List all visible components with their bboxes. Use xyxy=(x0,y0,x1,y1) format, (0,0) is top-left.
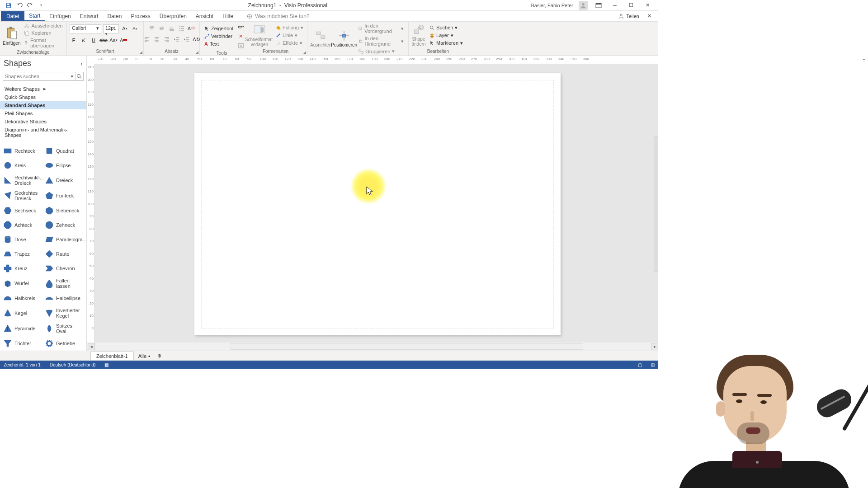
align-center-icon[interactable] xyxy=(153,35,161,43)
shape-cube[interactable]: Würfel xyxy=(1,276,42,291)
stencil-arrow-shapes[interactable]: Pfeil-Shapes xyxy=(0,109,86,117)
bullets-icon[interactable] xyxy=(178,24,186,33)
shape-semi[interactable]: Halbkreis xyxy=(1,291,42,305)
minimize-icon[interactable]: ─ xyxy=(609,1,620,10)
paste-button[interactable]: Einfügen xyxy=(3,26,20,46)
clear-format-icon[interactable]: A⌫ xyxy=(188,24,196,33)
shape-trap[interactable]: Trapez xyxy=(1,247,42,261)
add-page-icon[interactable]: ⊕ xyxy=(155,353,164,359)
shape-drop[interactable]: Fallen lassen xyxy=(42,276,84,291)
tab-insert[interactable]: Einfügen xyxy=(45,12,75,21)
align-middle-icon[interactable] xyxy=(158,24,166,33)
shape-dia[interactable]: Raute xyxy=(42,247,84,261)
stencil-standard-shapes[interactable]: Standard-Shapes xyxy=(0,101,86,109)
align-left-icon[interactable] xyxy=(143,35,151,43)
status-fit-icon[interactable]: ⊞ xyxy=(651,362,655,367)
strikethrough-icon[interactable]: abc xyxy=(99,36,108,44)
shape-circle[interactable]: Kreis xyxy=(1,158,42,173)
shape-tri[interactable]: Dreieck xyxy=(42,173,84,188)
align-bottom-icon[interactable] xyxy=(168,24,176,33)
shape-funnel[interactable]: Trichter xyxy=(1,336,42,351)
comments-close-icon[interactable]: ✕ xyxy=(644,12,655,21)
shape-ellipse[interactable]: Ellipse xyxy=(42,158,84,173)
hscroll-right-icon[interactable]: ▸ xyxy=(651,343,658,350)
user-avatar-icon[interactable] xyxy=(579,1,588,10)
underline-icon[interactable]: U xyxy=(90,36,98,44)
status-language[interactable]: Deutsch (Deutschland) xyxy=(50,362,96,367)
shape-hex[interactable]: Sechseck xyxy=(1,203,42,218)
search-dropdown-icon[interactable]: ▾ xyxy=(69,72,75,80)
status-macro-icon[interactable]: ▦ xyxy=(104,362,108,367)
paragraph-launcher-icon[interactable]: ◢ xyxy=(195,50,198,55)
shape-rtri[interactable]: Rechtwinkli... Dreieck xyxy=(1,173,42,188)
rotate-text-icon[interactable]: A↻ xyxy=(193,35,201,43)
layer-button[interactable]: Layer ▾ xyxy=(428,32,465,39)
increase-indent-icon[interactable] xyxy=(183,35,191,43)
align-right-icon[interactable] xyxy=(163,35,171,43)
stencil-more-shapes[interactable]: Weitere Shapes▸ xyxy=(0,84,86,93)
maximize-icon[interactable]: ☐ xyxy=(626,1,637,10)
shape-chev[interactable]: Chevron xyxy=(42,261,84,276)
status-presentation-icon[interactable]: ▢ xyxy=(638,362,642,367)
shape-semiell[interactable]: Halbellipse xyxy=(42,291,84,305)
hscroll-left-icon[interactable]: ◂ xyxy=(88,343,95,350)
tab-design[interactable]: Entwurf xyxy=(75,12,103,21)
tab-file[interactable]: Datei xyxy=(1,11,24,21)
shapes-search-input[interactable] xyxy=(3,72,69,80)
page-tab-all[interactable]: Alle ▴ xyxy=(134,352,155,360)
font-launcher-icon[interactable]: ◢ xyxy=(139,50,142,55)
redo-icon[interactable] xyxy=(27,2,33,9)
decrease-indent-icon[interactable] xyxy=(173,35,181,43)
stencil-decorative-shapes[interactable]: Dekorative Shapes xyxy=(0,117,86,126)
decrease-font-icon[interactable]: A▾ xyxy=(131,24,139,33)
stencil-diagram-shapes[interactable]: Diagramm- und Mathematik-Shapes xyxy=(0,126,86,139)
shape-rottri[interactable]: Gedrehtes Dreieck xyxy=(1,188,42,203)
horizontal-scrollbar[interactable] xyxy=(231,343,583,350)
italic-icon[interactable]: K xyxy=(80,36,88,44)
tab-home[interactable]: Start xyxy=(24,11,45,21)
tab-process[interactable]: Prozess xyxy=(126,12,155,21)
page-tab-1[interactable]: Zeichenblatt-1 xyxy=(90,352,134,360)
tab-view[interactable]: Ansicht xyxy=(191,12,218,21)
font-size-select[interactable]: 12pt. ▾ xyxy=(103,24,119,33)
shapestyles-launcher-icon[interactable]: ◢ xyxy=(303,50,306,55)
font-color-icon[interactable]: A xyxy=(119,36,127,44)
ribbon-display-options-icon[interactable] xyxy=(593,1,604,10)
shape-icone[interactable]: Invertierter Kegel xyxy=(42,305,84,321)
increase-font-icon[interactable]: A▴ xyxy=(121,24,129,33)
font-name-select[interactable]: Calibri ▾ xyxy=(70,24,101,33)
shape-rect[interactable]: Rechteck xyxy=(1,144,42,158)
close-icon[interactable]: ✕ xyxy=(642,1,653,10)
text-tool-button[interactable]: AText xyxy=(203,41,235,47)
tab-data[interactable]: Daten xyxy=(103,12,126,21)
drawing-page[interactable] xyxy=(194,73,561,335)
align-top-icon[interactable] xyxy=(148,24,156,33)
save-icon[interactable] xyxy=(5,2,12,9)
shape-pyr[interactable]: Pyramide xyxy=(1,321,42,336)
shape-hept[interactable]: Siebeneck xyxy=(42,203,84,218)
case-icon[interactable]: Aa▾ xyxy=(109,36,118,44)
shape-pov[interactable]: Spitzes Oval xyxy=(42,321,84,336)
tell-me-search[interactable]: Was möchten Sie tun? xyxy=(247,13,309,19)
drawing-canvas[interactable] xyxy=(95,64,658,343)
connector-tool-button[interactable]: Verbinder xyxy=(203,33,235,39)
select-button[interactable]: Markieren ▾ xyxy=(428,40,465,47)
shape-pent[interactable]: Fünfeck xyxy=(42,188,84,203)
vertical-scrollbar[interactable] xyxy=(654,136,658,272)
tab-review[interactable]: Überprüfen xyxy=(155,12,191,21)
shape-para[interactable]: Parallelogra... xyxy=(42,232,84,247)
pointer-tool-button[interactable]: Zeigertool xyxy=(203,25,235,32)
shape-oct[interactable]: Achteck xyxy=(1,218,42,232)
find-button[interactable]: Suchen ▾ xyxy=(428,24,465,31)
position-button[interactable]: Positionieren xyxy=(333,30,355,47)
shape-dec[interactable]: Zehneck xyxy=(42,218,84,232)
shape-cone[interactable]: Kegel xyxy=(1,305,42,321)
bold-icon[interactable]: F xyxy=(70,36,78,44)
collapse-shapes-icon[interactable]: ‹ xyxy=(80,60,83,67)
search-icon[interactable] xyxy=(75,72,83,80)
stencil-quick-shapes[interactable]: Quick-Shapes xyxy=(0,93,86,101)
shape-cross[interactable]: Kreuz xyxy=(1,261,42,276)
shape-gear[interactable]: Getriebe xyxy=(42,336,84,351)
qat-dropdown-icon[interactable]: ▾ xyxy=(38,2,44,9)
share-button[interactable]: Teilen xyxy=(618,13,639,19)
